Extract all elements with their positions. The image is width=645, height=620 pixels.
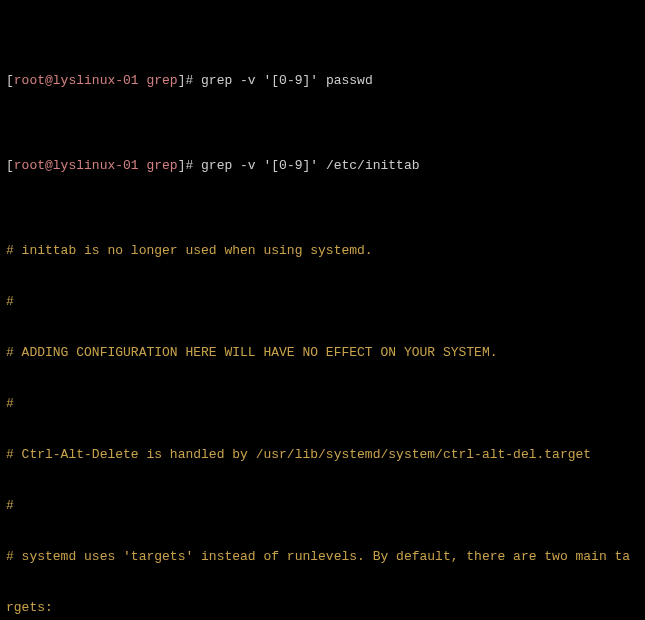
hash-char: # — [6, 345, 14, 360]
prompt-line: [root@lyslinux-01 grep]# grep -v '[0-9]'… — [6, 157, 639, 174]
bracket-open: [ — [6, 73, 14, 88]
hash-char: # — [6, 294, 14, 309]
file-line: # — [6, 395, 639, 412]
hash-char: # — [6, 243, 14, 258]
prompt-line: [root@lyslinux-01 grep]# grep -v '[0-9]'… — [6, 72, 639, 89]
file-line: # — [6, 497, 639, 514]
file-line: # — [6, 293, 639, 310]
file-line: # inittab is no longer used when using s… — [6, 242, 639, 259]
hash-char: # — [6, 549, 14, 564]
file-text: systemd uses 'targets' instead of runlev… — [14, 549, 630, 564]
command-text: grep -v '[0-9]' passwd — [201, 73, 373, 88]
user-host: root@lyslinux-01 grep — [14, 73, 178, 88]
file-line: # ADDING CONFIGURATION HERE WILL HAVE NO… — [6, 344, 639, 361]
hash-char: # — [6, 396, 14, 411]
file-text: rgets: — [6, 600, 53, 615]
file-line: # systemd uses 'targets' instead of runl… — [6, 548, 639, 565]
hash-char: # — [6, 498, 14, 513]
user-host: root@lyslinux-01 grep — [14, 158, 178, 173]
file-line-wrap: rgets: — [6, 599, 639, 616]
file-line: # Ctrl-Alt-Delete is handled by /usr/lib… — [6, 446, 639, 463]
file-text: inittab is no longer used when using sys… — [14, 243, 373, 258]
terminal[interactable]: [root@lyslinux-01 grep]# grep -v '[0-9]'… — [0, 0, 645, 620]
prompt-symbol: # — [185, 158, 201, 173]
file-text: Ctrl-Alt-Delete is handled by /usr/lib/s… — [14, 447, 591, 462]
prompt-symbol: # — [185, 73, 201, 88]
command-text: grep -v '[0-9]' /etc/inittab — [201, 158, 419, 173]
bracket-open: [ — [6, 158, 14, 173]
file-text: ADDING CONFIGURATION HERE WILL HAVE NO E… — [14, 345, 498, 360]
hash-char: # — [6, 447, 14, 462]
